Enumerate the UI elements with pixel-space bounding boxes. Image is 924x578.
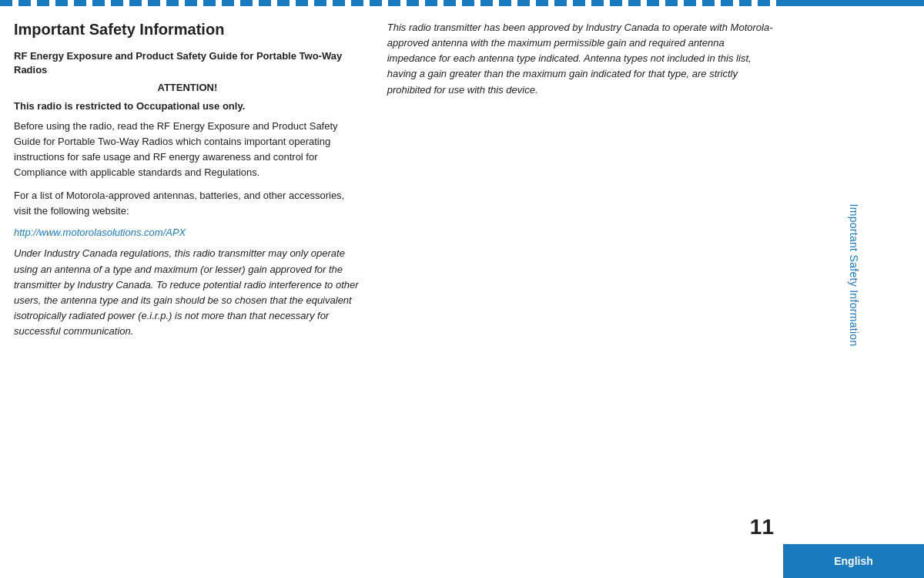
main-content: Important Safety Information RF Energy E… <box>0 6 783 578</box>
paragraph-1: Before using the radio, read the RF Ener… <box>14 119 361 181</box>
top-dashed-border <box>0 0 783 6</box>
paragraph-2: For a list of Motorola-approved antennas… <box>14 188 361 219</box>
sidebar: Important Safety Information English <box>783 0 924 578</box>
right-column: This radio transmitter has been approved… <box>380 20 775 570</box>
sidebar-text-area: Important Safety Information <box>783 6 924 544</box>
sidebar-rotated-label: Important Safety Information <box>848 203 860 346</box>
sidebar-top-accent <box>783 0 924 6</box>
subheading: RF Energy Exposure and Product Safety Gu… <box>14 49 361 77</box>
attention-heading: ATTENTION! <box>14 82 361 93</box>
language-label: English <box>783 544 924 578</box>
right-italic-paragraph: This radio transmitter has been approved… <box>387 20 775 98</box>
bold-paragraph: This radio is restricted to Occupational… <box>14 99 361 113</box>
page-title: Important Safety Information <box>14 20 361 39</box>
motorola-link[interactable]: http://www.motorolasolutions.com/APX <box>14 227 361 238</box>
left-column: Important Safety Information RF Energy E… <box>14 20 380 570</box>
industry-canada-paragraph: Under Industry Canada regulations, this … <box>14 246 361 339</box>
